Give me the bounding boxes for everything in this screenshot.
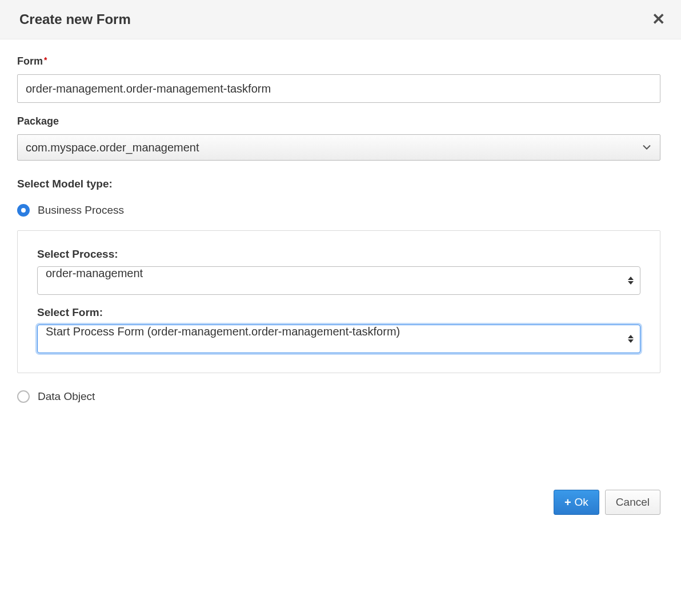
cancel-button-label: Cancel <box>616 496 650 509</box>
required-indicator-icon: * <box>44 55 47 65</box>
cancel-button[interactable]: Cancel <box>605 490 660 515</box>
form-name-group: Form* <box>17 55 660 103</box>
select-form-group: Select Form: Start Process Form (order-m… <box>37 306 640 353</box>
select-form-label: Select Form: <box>37 306 640 319</box>
modal-footer: + Ok Cancel <box>0 485 681 529</box>
modal-body: Form* Package com.myspace.order_manageme… <box>0 39 681 422</box>
chevron-down-icon <box>643 145 651 150</box>
select-form-value: Start Process Form (order-management.ord… <box>46 325 400 338</box>
ok-button[interactable]: + Ok <box>554 490 599 515</box>
radio-business-process[interactable] <box>17 204 30 217</box>
radio-data-object-label: Data Object <box>38 390 95 403</box>
select-form-wrap: Start Process Form (order-management.ord… <box>37 325 640 353</box>
modal-title: Create new Form <box>19 11 131 27</box>
radio-business-process-label: Business Process <box>38 204 124 217</box>
select-process-wrap: order-management <box>37 266 640 295</box>
model-type-section-label: Select Model type: <box>17 178 660 190</box>
modal-header: Create new Form ✕ <box>0 0 681 39</box>
package-group: Package com.myspace.order_management <box>17 115 660 161</box>
package-select-value: com.myspace.order_management <box>26 141 199 154</box>
select-form[interactable]: Start Process Form (order-management.ord… <box>37 325 640 353</box>
ok-button-label: Ok <box>575 496 588 509</box>
radio-data-object[interactable] <box>17 390 30 403</box>
select-process-group: Select Process: order-management <box>37 248 640 295</box>
select-process-value: order-management <box>46 267 143 279</box>
select-process-label: Select Process: <box>37 248 640 261</box>
package-select[interactable]: com.myspace.order_management <box>17 134 660 161</box>
business-process-panel: Select Process: order-management Select … <box>17 230 660 373</box>
radio-business-process-row: Business Process <box>17 204 660 217</box>
radio-data-object-row: Data Object <box>17 390 660 403</box>
form-name-label-text: Form <box>17 55 43 67</box>
plus-icon: + <box>564 497 571 508</box>
form-name-input[interactable] <box>17 74 660 103</box>
form-name-label: Form* <box>17 55 660 67</box>
close-icon[interactable]: ✕ <box>652 11 665 27</box>
package-label: Package <box>17 115 660 127</box>
create-form-modal: Create new Form ✕ Form* Package com.mysp… <box>0 0 681 529</box>
select-process[interactable]: order-management <box>37 266 640 295</box>
